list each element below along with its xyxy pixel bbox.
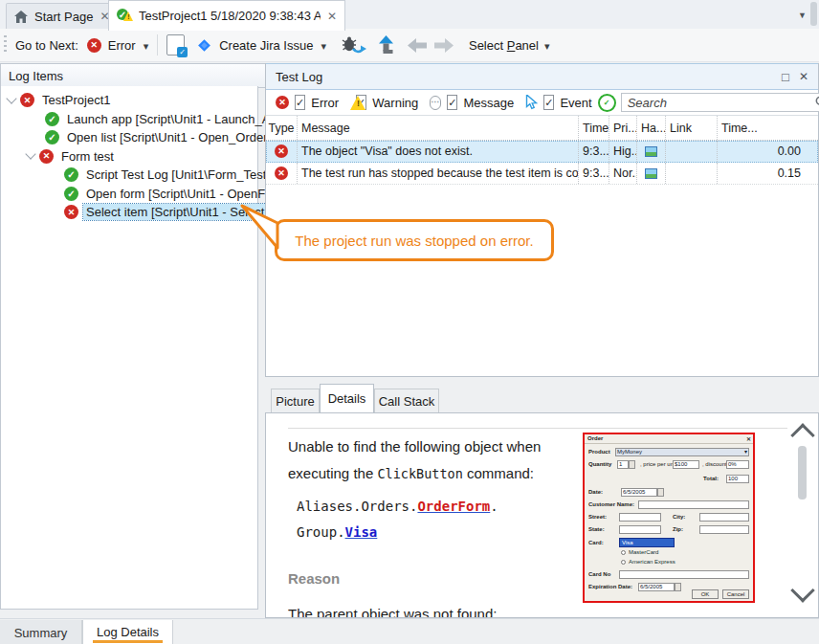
mini-spinner	[657, 488, 664, 497]
column-header-priority[interactable]: Pri...	[609, 116, 637, 140]
column-header-time[interactable]: Time	[579, 116, 609, 140]
column-header-link[interactable]: Link	[666, 116, 718, 140]
mini-city-field	[699, 513, 749, 522]
mini-dialog-titlebar: Order	[585, 434, 753, 444]
back-arrow-icon[interactable]	[408, 38, 427, 53]
log-items-tree: TestProject1 Launch app [Script\Unit1 - …	[0, 86, 258, 610]
error-screenshot-thumbnail[interactable]: Order Product MyMoney▾ Quantity 1 , pric…	[583, 433, 755, 603]
search-icon[interactable]	[815, 96, 819, 108]
row-message: The object "Visa" does not exist.	[298, 141, 579, 162]
row-time: 9:3...	[579, 163, 609, 184]
log-row-stopped-error[interactable]: The test run has stopped because the tes…	[266, 163, 818, 185]
error-circle-icon	[275, 144, 288, 158]
mini-label: Street:	[588, 514, 607, 520]
mini-label: State:	[588, 526, 605, 532]
scroll-down-icon[interactable]	[790, 578, 814, 602]
mini-date-field: 6/5/2005	[621, 488, 657, 497]
error-circle-icon	[20, 93, 34, 107]
message-filter-checkbox[interactable]	[447, 95, 457, 110]
column-header-message[interactable]: Message	[298, 116, 579, 140]
tab-log-details[interactable]: Log Details	[82, 620, 173, 644]
orderform-link[interactable]: OrderForm	[417, 499, 490, 514]
tree-item-select-item[interactable]: Select item [Script\Unit1 - SelectItem]	[1, 203, 257, 222]
mini-quantity-field: 1	[617, 460, 629, 469]
tabstrip-scroll-handle[interactable]	[810, 2, 817, 26]
mini-cardno-field	[619, 570, 749, 579]
mini-label: City:	[673, 514, 685, 520]
column-header-has-picture[interactable]: Ha...	[637, 116, 666, 140]
tab-start-page[interactable]: Start Page	[6, 3, 122, 29]
tab-call-stack[interactable]: Call Stack	[374, 389, 439, 412]
row-priority: Hig...	[609, 141, 637, 162]
object-path: Aliases.Orders.OrderForm. Group.Visa	[297, 494, 570, 545]
mini-spinner	[629, 460, 635, 469]
tab-details[interactable]: Details	[320, 384, 374, 412]
column-header-type[interactable]: Type	[266, 116, 298, 140]
expand-chevron-icon[interactable]	[6, 93, 16, 103]
row-message: The test run has stopped because the tes…	[298, 163, 579, 184]
mini-label: American Express	[629, 559, 675, 565]
maximize-icon[interactable]	[782, 70, 789, 84]
column-header-time-total[interactable]: Time...	[718, 116, 818, 140]
close-icon[interactable]	[327, 11, 337, 22]
create-jira-issue-button[interactable]: Create Jira Issue	[219, 38, 313, 53]
tree-item-open-list[interactable]: Open list [Script\Unit1 - Open_Order_Lis…	[1, 128, 257, 147]
tree-item-testproject1[interactable]: TestProject1	[1, 91, 257, 110]
mini-label: Total:	[703, 476, 719, 481]
tab-overflow-chevron-icon[interactable]	[798, 9, 807, 20]
row-link	[666, 141, 718, 162]
search-input[interactable]	[621, 93, 819, 112]
toolbar-grip-handle[interactable]	[4, 35, 7, 55]
forward-arrow-icon[interactable]	[434, 38, 454, 53]
details-divider	[288, 428, 787, 429]
panel-title: Test Log	[276, 70, 322, 84]
filter-label: Message	[463, 96, 514, 110]
chevron-down-icon[interactable]	[321, 36, 326, 54]
reason-heading: Reason	[288, 566, 570, 592]
error-circle-icon	[87, 38, 101, 53]
tab-project-log[interactable]: ! TestProject1 5/18/2020 9:38:43 A...	[108, 0, 345, 31]
up-one-level-icon[interactable]	[377, 35, 395, 55]
chevron-down-icon[interactable]	[144, 36, 149, 54]
row-time: 9:3...	[579, 141, 609, 162]
event-filter-checkbox[interactable]	[543, 95, 554, 110]
tree-item-open-form[interactable]: Open form [Script\Unit1 - OpenForm]	[1, 185, 257, 204]
mini-label: Customer Name:	[588, 501, 634, 507]
mini-label: Product	[588, 449, 610, 455]
mini-zip-field	[699, 525, 749, 534]
details-tabbar: Picture Details Call Stack	[265, 383, 819, 412]
tab-label: TestProject1 5/18/2020 9:38:43 A...	[139, 9, 321, 23]
success-circle-icon	[45, 112, 59, 126]
log-row-visa-error[interactable]: The object "Visa" does not exist. 9:3...…	[266, 141, 818, 163]
jira-icon	[197, 38, 211, 53]
send-to-task-list-button[interactable]	[166, 34, 185, 56]
visa-link[interactable]: Visa	[345, 524, 378, 540]
rerun-test-icon[interactable]	[342, 36, 366, 55]
go-to-next-error-button[interactable]: Error	[108, 38, 136, 53]
mini-spinner	[675, 583, 681, 591]
scroll-up-icon[interactable]	[790, 423, 814, 447]
chevron-down-icon[interactable]	[544, 36, 550, 54]
select-panel-button[interactable]: Select Panel	[469, 38, 539, 53]
tab-picture[interactable]: Picture	[271, 389, 320, 412]
error-circle-icon	[275, 167, 288, 180]
mini-radio-icon	[621, 560, 626, 565]
checkpoint-filter-icon[interactable]	[598, 94, 616, 112]
expand-chevron-icon[interactable]	[25, 149, 35, 160]
callout-tail	[230, 195, 293, 258]
table-header-row: Type Message Time Pri... Ha... Link Time…	[266, 116, 818, 141]
error-filter-checkbox[interactable]	[295, 95, 305, 110]
mini-cancel-button: Cancel	[722, 589, 749, 599]
mini-label: Card No	[588, 571, 610, 577]
scrollbar-thumb[interactable]	[798, 446, 807, 500]
panel-title: Log Items	[9, 69, 63, 83]
close-icon[interactable]	[799, 71, 808, 82]
tree-item-script-test-log[interactable]: Script Test Log [Unit1\Form_Test]	[1, 166, 257, 185]
mini-visa-radio: Visa	[619, 538, 675, 547]
tree-item-launch-app[interactable]: Launch app [Script\Unit1 - Launch_App]	[1, 110, 257, 129]
tree-item-form-test[interactable]: Form test	[1, 147, 257, 167]
picture-icon	[645, 168, 657, 179]
mini-label: MasterCard	[629, 549, 658, 555]
success-circle-icon	[64, 167, 78, 182]
tab-summary[interactable]: Summary	[0, 620, 82, 644]
